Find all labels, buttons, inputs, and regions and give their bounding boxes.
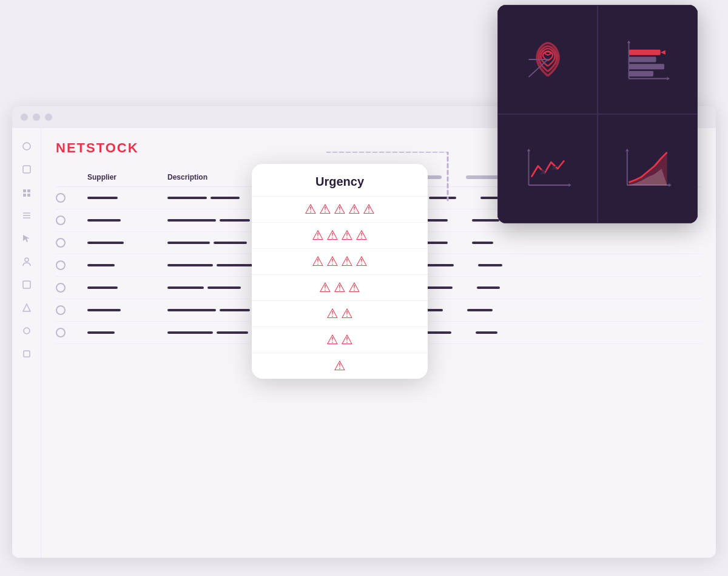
desc-dash-1 [167,242,210,244]
supplier-dash [87,309,121,311]
svg-point-33 [25,258,29,262]
warning-icon: ⚠ [363,203,375,216]
row-radio[interactable] [56,283,66,293]
row-radio[interactable] [56,215,66,225]
svg-marker-35 [23,304,30,311]
sidebar-icon-triangle[interactable] [21,302,33,314]
desc-dash-1 [167,309,216,311]
urgency-row-5: ⚠ ⚠ ⚠ ⚠ ⚠ [252,197,428,223]
sidebar-icon-square[interactable] [21,163,33,175]
urgency-row-2a: ⚠ ⚠ [252,301,428,327]
feature-cell-linechart [497,114,598,223]
svg-rect-2 [629,71,653,76]
supplier-dash [87,242,124,244]
warning-icon: ⚠ [326,307,339,320]
warning-icon: ⚠ [334,203,346,216]
feature-panel [497,5,698,223]
warning-icon: ⚠ [326,255,339,268]
urgency-row-3: ⚠ ⚠ ⚠ [252,275,428,301]
warning-icon: ⚠ [356,255,368,268]
desc-dash-2 [214,242,247,244]
svg-marker-10 [568,183,571,186]
warning-icon: ⚠ [341,255,353,268]
col-supplier-header: Supplier [87,173,160,181]
supplier-dash [87,286,118,289]
svg-marker-32 [23,235,30,242]
warning-icon: ⚠ [326,229,339,242]
urgency-row-2b: ⚠ ⚠ [252,327,428,353]
svg-marker-4 [660,50,665,55]
feature-cell-barchart [598,5,698,114]
row-radio[interactable] [56,238,66,248]
warning-icon: ⚠ [334,359,346,373]
rest-dash-2 [425,331,451,334]
row-radio[interactable] [56,305,66,315]
sidebar-icon-circle2[interactable] [21,325,33,337]
svg-marker-20 [625,149,629,152]
urgency-row-1: ⚠ [252,353,428,379]
svg-rect-0 [629,57,656,63]
rest-dash-3 [477,286,500,289]
supplier-dash [87,264,115,266]
desc-dash-2 [211,197,240,199]
svg-rect-27 [23,194,26,197]
desc-dash-1 [167,286,204,289]
desc-dash-2 [217,264,253,266]
svg-rect-24 [23,166,30,173]
desc-dash-2 [220,309,250,311]
desc-dash-2 [207,286,241,289]
feature-cell-areachart [598,114,698,223]
warning-icon: ⚠ [312,255,324,268]
warning-icon: ⚠ [356,229,368,242]
row-radio[interactable] [56,193,66,203]
desc-dash-2 [220,219,250,222]
sidebar-icon-grip[interactable] [21,186,33,198]
urgency-row-4b: ⚠ ⚠ ⚠ ⚠ [252,249,428,275]
dot-red [21,114,28,121]
sidebar [12,128,41,558]
desc-dash-1 [167,331,213,334]
feature-cell-signal [497,5,598,114]
sidebar-icon-box[interactable] [21,279,33,291]
warning-icon: ⚠ [341,229,353,242]
urgency-card: Urgency ⚠ ⚠ ⚠ ⚠ ⚠ ⚠ ⚠ ⚠ ⚠ ⚠ ⚠ ⚠ ⚠ ⚠ ⚠ ⚠ … [252,164,428,379]
row-radio[interactable] [56,260,66,270]
sidebar-icon-square2[interactable] [21,348,33,360]
svg-rect-34 [23,281,30,288]
svg-rect-1 [629,64,664,69]
warning-icon: ⚠ [341,333,353,347]
rest-dash-3 [478,264,502,266]
supplier-dash [87,331,115,334]
sidebar-icon-person[interactable] [21,256,33,268]
svg-point-36 [24,328,30,334]
row-radio[interactable] [56,328,66,337]
desc-dash-1 [167,197,207,199]
rest-dash-3 [472,242,493,244]
svg-point-23 [23,143,30,150]
warning-icon: ⚠ [326,333,339,347]
warning-icon: ⚠ [334,281,346,294]
desc-dash-1 [167,219,216,222]
svg-marker-6 [667,77,670,80]
sidebar-icon-circle[interactable] [21,140,33,152]
warning-icon: ⚠ [312,229,324,242]
sidebar-icon-lines[interactable] [21,209,33,222]
svg-rect-3 [629,50,660,55]
warning-icon: ⚠ [319,203,331,216]
svg-marker-18 [669,183,672,186]
warning-icon: ⚠ [341,307,353,320]
svg-rect-26 [27,189,30,192]
warning-icon: ⚠ [348,281,360,294]
dot-green [45,114,52,121]
supplier-dash [87,197,118,199]
rest-dash-2 [426,264,454,266]
svg-marker-8 [627,41,630,44]
warning-icon: ⚠ [348,203,360,216]
warning-icon: ⚠ [305,203,317,216]
rest-dash-3 [476,331,497,334]
warning-icon: ⚠ [319,281,331,294]
urgency-card-title: Urgency [252,164,428,197]
sidebar-icon-cursor[interactable] [21,232,33,245]
rest-dash-3 [467,309,493,311]
rest-dash-2 [429,197,456,199]
